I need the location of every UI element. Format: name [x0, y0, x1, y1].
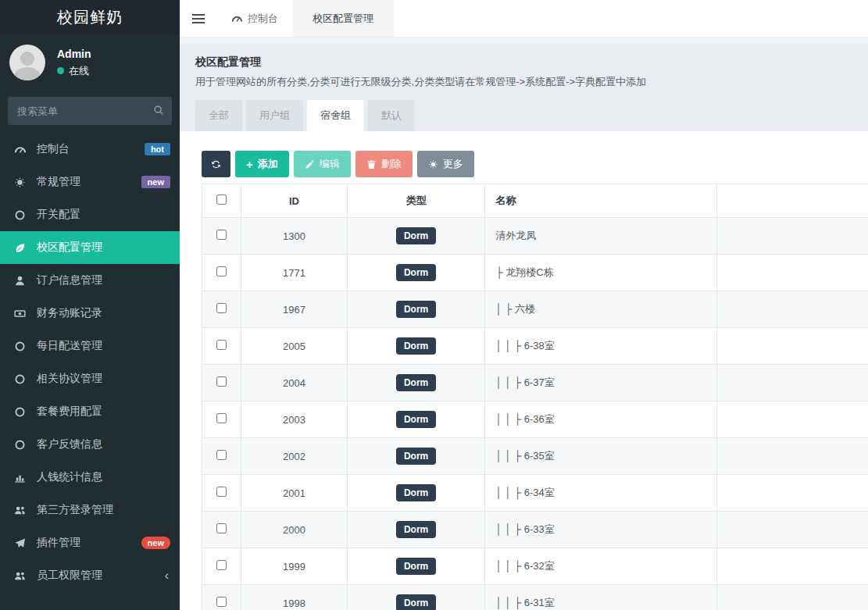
tab-all[interactable]: 全部 [195, 100, 242, 131]
sidebar-item-third-party-login[interactable]: 第三方登录管理 [0, 494, 180, 526]
edit-button[interactable]: 编辑 [294, 151, 351, 177]
trash-icon [366, 159, 377, 169]
tab-user-group[interactable]: 用户组 [246, 100, 303, 131]
row-checkbox[interactable] [216, 413, 227, 423]
user-status: 在线 [57, 64, 91, 78]
sidebar-item-staff-permissions[interactable]: 员工权限管理 ‹ [0, 559, 180, 592]
row-checkbox[interactable] [216, 523, 227, 533]
sidebar-item-statistics[interactable]: 人钱统计信息 [0, 461, 180, 494]
tab-dorm-group[interactable]: 宿舍组 [307, 100, 364, 131]
table-row[interactable]: 1999 Dorm │ │ ├ 6-32室 清外龙凤龙翔楼C栋六楼6-32室 [202, 548, 868, 585]
tab-default[interactable]: 默认 [368, 100, 415, 131]
money-icon [14, 308, 30, 319]
rocket-icon [14, 537, 30, 549]
sidebar-item-daily-delivery[interactable]: 每日配送管理 [0, 330, 180, 362]
leaf-icon [14, 242, 30, 254]
hamburger-icon[interactable] [180, 0, 217, 37]
sidebar-item-campus-config[interactable]: 校区配置管理 [0, 231, 180, 264]
users-icon [14, 505, 30, 516]
search-icon[interactable] [153, 105, 164, 118]
circle-icon [14, 406, 30, 418]
bar-chart-icon [14, 472, 30, 483]
column-header-type[interactable]: 类型 [347, 184, 485, 218]
app-brand: 校园鲜奶 [0, 0, 180, 34]
new-badge: new [141, 176, 170, 188]
circle-icon [14, 341, 30, 352]
toolbar: + 添加 编辑 删除 更多 [202, 151, 868, 177]
column-header-name[interactable]: 名称 [485, 184, 717, 218]
refresh-icon [211, 159, 221, 169]
row-checkbox[interactable] [216, 376, 227, 387]
sidebar-menu: 控制台 hot 常规管理 new 开关配置 校区配置管理 订户信息管理 [0, 133, 180, 592]
table-row[interactable]: 1771 Dorm ├ 龙翔楼C栋 清外龙凤龙翔楼C栋 [202, 255, 868, 291]
row-checkbox[interactable] [216, 450, 227, 460]
online-dot [57, 67, 64, 74]
type-badge: Dorm [396, 264, 436, 281]
type-badge: Dorm [396, 521, 436, 538]
chevron-left-icon[interactable]: ‹ [165, 569, 169, 583]
search-input[interactable] [8, 97, 172, 125]
row-checkbox[interactable] [216, 303, 227, 313]
online-label: 在线 [69, 64, 89, 78]
sidebar-item-agreements[interactable]: 相关协议管理 [0, 362, 180, 395]
table-row[interactable]: 2005 Dorm │ │ ├ 6-38室 清外龙凤龙翔楼C栋六楼6-38室 [202, 328, 868, 365]
sidebar-item-finance-records[interactable]: 财务动账记录 [0, 297, 180, 330]
row-checkbox[interactable] [216, 560, 227, 570]
row-checkbox[interactable] [216, 230, 227, 240]
category-tabs: 全部 用户组 宿舍组 默认 [195, 100, 852, 131]
column-header-nickname[interactable]: 昵称 [717, 184, 868, 218]
sidebar: 校园鲜奶 Admin 在线 控制台 hot [0, 0, 180, 610]
table-row[interactable]: 2001 Dorm │ │ ├ 6-34室 清外龙凤龙翔楼C栋六楼6-34室 [202, 475, 868, 512]
nav-tab-dashboard[interactable]: 控制台 [217, 0, 292, 37]
gears-icon [14, 177, 30, 188]
user-icon [14, 275, 30, 287]
type-badge: Dorm [396, 301, 436, 318]
nav-tab-campus-config[interactable]: 校区配置管理 [292, 0, 394, 37]
sidebar-item-package-fees[interactable]: 套餐费用配置 [0, 395, 180, 428]
circle-icon [14, 209, 30, 221]
table-row[interactable]: 2004 Dorm │ │ ├ 6-37室 清外龙凤龙翔楼C栋六楼6-37室 [202, 365, 868, 401]
avatar [9, 45, 45, 80]
pencil-icon [305, 159, 315, 169]
sidebar-item-feedback[interactable]: 客户反馈信息 [0, 428, 180, 461]
type-badge: Dorm [396, 374, 436, 391]
table-row[interactable]: 2002 Dorm │ │ ├ 6-35室 清外龙凤龙翔楼C栋六楼6-35室 [202, 438, 868, 475]
row-checkbox[interactable] [216, 266, 227, 276]
select-all-checkbox[interactable] [216, 194, 227, 205]
type-badge: Dorm [396, 484, 436, 501]
top-navbar: 控制台 校区配置管理 [180, 0, 868, 37]
tachometer-icon [231, 13, 242, 24]
type-badge: Dorm [396, 227, 436, 244]
type-badge: Dorm [396, 411, 436, 428]
row-checkbox[interactable] [216, 340, 227, 350]
plus-icon: + [246, 158, 253, 171]
column-header-id[interactable]: ID [241, 184, 348, 218]
delete-button[interactable]: 删除 [355, 151, 413, 177]
row-checkbox[interactable] [216, 597, 227, 607]
content-area: 校区配置管理 用于管理网站的所有分类,分类可进行无限级分类,分类类型请在常规管理… [180, 37, 868, 610]
add-button[interactable]: + 添加 [235, 151, 289, 177]
type-badge: Dorm [396, 558, 436, 575]
row-checkbox[interactable] [216, 487, 227, 497]
table-row[interactable]: 2003 Dorm │ │ ├ 6-36室 清外龙凤龙翔楼C栋六楼6-36室 [202, 401, 868, 438]
refresh-button[interactable] [202, 151, 230, 177]
table-row[interactable]: 1998 Dorm │ │ ├ 6-31室 清外龙凤龙翔楼C栋六楼6-31室 [202, 585, 868, 610]
type-badge: Dorm [396, 594, 436, 610]
table-row[interactable]: 1300 Dorm 清外龙凤 清外龙凤 [202, 218, 868, 255]
main-area: 控制台 校区配置管理 校区配置管理 用于管理网站的所有分类,分类可进行无限级分类… [180, 0, 868, 610]
gear-icon [428, 159, 438, 169]
table-row[interactable]: 2000 Dorm │ │ ├ 6-33室 清外龙凤龙翔楼C栋六楼6-33室 [202, 512, 868, 548]
page-title: 校区配置管理 [195, 55, 852, 70]
sidebar-item-switch-config[interactable]: 开关配置 [0, 198, 180, 231]
table-row[interactable]: 1967 Dorm │ ├ 六楼 清外龙凤龙翔楼C栋六楼 [202, 291, 868, 328]
sidebar-item-dashboard[interactable]: 控制台 hot [0, 133, 180, 166]
menu-search [8, 97, 172, 125]
sidebar-item-subscribers[interactable]: 订户信息管理 [0, 264, 180, 297]
panel-body: + 添加 编辑 删除 更多 [180, 131, 868, 610]
hot-badge: hot [145, 143, 170, 155]
sidebar-item-general[interactable]: 常规管理 new [0, 166, 180, 198]
tachometer-icon [14, 144, 30, 155]
more-button[interactable]: 更多 [417, 151, 474, 177]
sidebar-item-plugins[interactable]: 插件管理 new [0, 526, 180, 559]
app-window: 校园鲜奶 Admin 在线 控制台 hot [0, 0, 868, 610]
